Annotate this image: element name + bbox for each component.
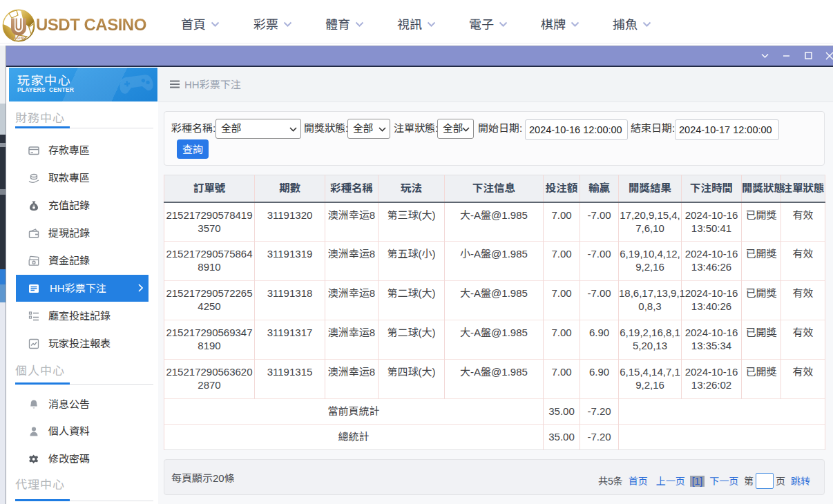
- svg-text:CASINO: CASINO: [11, 36, 26, 40]
